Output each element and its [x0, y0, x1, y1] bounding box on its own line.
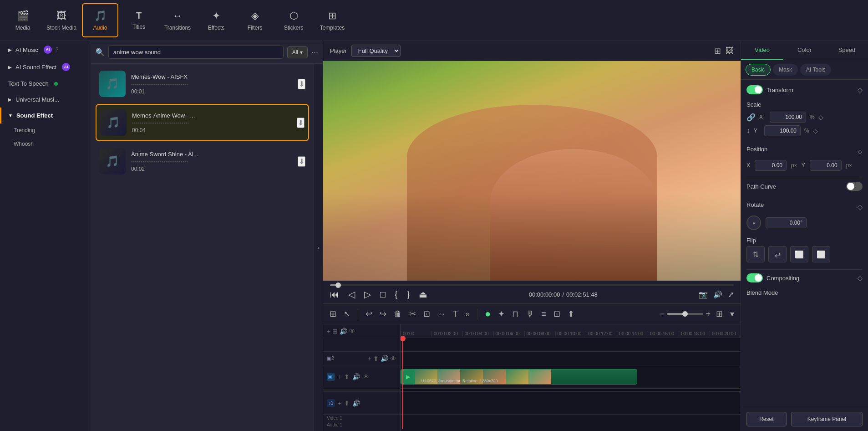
scale-x-input[interactable]: [770, 112, 806, 123]
flip-4-button[interactable]: ⬜: [812, 246, 830, 262]
toolbar-effects[interactable]: ✦ Effects: [198, 3, 234, 37]
compositing-toggle[interactable]: [746, 273, 763, 282]
progress-bar[interactable]: [330, 284, 734, 286]
toolbar-stock[interactable]: 🖼 Stock Media: [43, 3, 80, 37]
video-volume[interactable]: 🔊: [381, 355, 388, 362]
download-button-2[interactable]: ⬇: [297, 118, 305, 128]
zoom-slider[interactable]: [667, 313, 703, 315]
position-y-input[interactable]: [810, 160, 842, 171]
sidebar-item-ai-sound[interactable]: ▶ AI Sound Effect AI: [0, 58, 91, 76]
v1-eye[interactable]: 👁: [363, 373, 369, 380]
title-button[interactable]: ⊓: [510, 307, 520, 321]
undo-button[interactable]: ↩: [364, 307, 374, 321]
more-options-button[interactable]: ▾: [728, 307, 736, 321]
add-video-track[interactable]: +: [368, 355, 371, 362]
download-button-3[interactable]: ⬇: [298, 156, 305, 167]
sidebar-item-ai-music[interactable]: ▶ AI Music AI ?: [0, 41, 91, 58]
flip-vertical-button[interactable]: ⇅: [746, 246, 765, 262]
upload-video[interactable]: ⬆: [373, 355, 379, 362]
insert-button[interactable]: ⏏: [419, 289, 427, 300]
path-curve-toggle[interactable]: [846, 182, 863, 191]
layout-button[interactable]: ⊞: [332, 328, 338, 335]
toolbar-media[interactable]: 🎬 Media: [5, 3, 41, 37]
zoom-in-button[interactable]: +: [706, 309, 711, 319]
step-back-button[interactable]: ⏮: [330, 289, 339, 300]
upload-a1[interactable]: ⬆: [344, 400, 350, 407]
video-clip-1[interactable]: ▶: [401, 369, 637, 385]
cut-button[interactable]: ✂: [407, 307, 418, 321]
audio-stretch-button[interactable]: ↔: [436, 308, 447, 321]
sidebar-sub-whoosh[interactable]: Whoosh: [0, 137, 91, 151]
transform-keyframe[interactable]: ◇: [858, 86, 863, 93]
tab-video[interactable]: Video: [741, 41, 783, 60]
transform-toggle[interactable]: [746, 85, 763, 94]
sidebar-item-tts[interactable]: Text To Speech: [0, 76, 91, 92]
reset-button[interactable]: Reset: [746, 412, 787, 426]
sidebar-item-sound-effect[interactable]: ▼ Sound Effect: [0, 108, 91, 123]
export-button[interactable]: ⬆: [566, 307, 576, 321]
download-button-1[interactable]: ⬇: [298, 79, 305, 89]
track-btn[interactable]: ≡: [539, 308, 548, 321]
more-tools-button[interactable]: »: [463, 308, 472, 321]
screenshot-button[interactable]: 📷: [699, 290, 708, 299]
audio-item-2[interactable]: 🎵 Memes-Anime Wow - ... ▪▪▪▪▪▪▪▪▪▪▪▪▪▪▪▪…: [96, 104, 309, 141]
rotate-input[interactable]: [766, 217, 807, 228]
transform-button[interactable]: ⊡: [421, 307, 432, 321]
eye-button[interactable]: 👁: [349, 328, 355, 335]
video-eye[interactable]: 👁: [390, 355, 396, 362]
scale-x-keyframe[interactable]: ◇: [818, 113, 823, 121]
search-input[interactable]: [108, 46, 284, 59]
add-a1-track[interactable]: +: [338, 400, 341, 407]
sub-tab-basic[interactable]: Basic: [746, 64, 771, 76]
filter-button[interactable]: All ▾: [287, 46, 308, 58]
speaker-button[interactable]: 🔊: [340, 328, 347, 335]
volume-button[interactable]: 🔊: [713, 290, 722, 299]
image-view-button[interactable]: 🖼: [726, 46, 734, 56]
select-tool-button[interactable]: ↖: [342, 307, 352, 321]
sidebar-item-universal[interactable]: ▶ Universal Musi...: [0, 92, 91, 108]
rotate-dial[interactable]: ●: [746, 216, 761, 230]
tab-speed[interactable]: Speed: [826, 41, 868, 60]
sub-tab-ai-tools[interactable]: AI Tools: [800, 64, 831, 76]
redo-button[interactable]: ↪: [378, 307, 388, 321]
keyframe-panel-button[interactable]: Keyframe Panel: [791, 412, 863, 426]
audio-item-3[interactable]: 🎵 Anime Sword Shine - Al... ▪▪▪▪▪▪▪▪▪▪▪▪…: [96, 144, 309, 179]
audio-item-1[interactable]: 🎵 Memes-Wow - AISFX ▪▪▪▪▪▪▪▪▪▪▪▪▪▪▪▪▪▪▪▪…: [96, 66, 309, 102]
more-options-button[interactable]: ···: [311, 47, 318, 57]
stop-button[interactable]: □: [380, 289, 386, 300]
mark-in-button[interactable]: {: [395, 289, 398, 300]
grid-view-button[interactable]: ⊞: [714, 46, 721, 56]
sidebar-sub-trending[interactable]: Trending: [0, 123, 91, 137]
toolbar-titles[interactable]: T Titles: [121, 3, 157, 37]
v1-volume[interactable]: 🔊: [352, 373, 360, 380]
flip-3-button[interactable]: ⬜: [790, 246, 808, 262]
zoom-out-button[interactable]: −: [660, 309, 665, 319]
flip-horizontal-button[interactable]: ⇄: [768, 246, 787, 262]
toolbar-transitions[interactable]: ↔ Transitions: [159, 3, 196, 37]
add-media-button[interactable]: ⊞: [328, 307, 338, 321]
effects-button[interactable]: ✦: [496, 307, 507, 321]
fullscreen-button[interactable]: ⤢: [728, 290, 734, 299]
caption-button[interactable]: ⊡: [552, 307, 562, 321]
scroll-toggle[interactable]: ‹: [314, 64, 323, 431]
toolbar-templates[interactable]: ⊞ Templates: [314, 3, 350, 37]
quality-select[interactable]: Full Quality: [351, 45, 401, 57]
compositing-keyframe[interactable]: ◇: [858, 274, 863, 282]
voiceover-button[interactable]: 🎙: [524, 308, 536, 321]
upload-v1[interactable]: ⬆: [344, 373, 350, 380]
grid-layout-button[interactable]: ⊞: [714, 307, 725, 321]
scale-y-input[interactable]: [764, 125, 801, 136]
add-v1-track[interactable]: +: [338, 373, 341, 380]
toolbar-filters[interactable]: ◈ Filters: [237, 3, 273, 37]
tab-color[interactable]: Color: [783, 41, 826, 60]
delete-button[interactable]: 🗑: [392, 308, 404, 321]
record-button[interactable]: ●: [483, 306, 492, 322]
play-back-button[interactable]: ◁: [348, 289, 355, 300]
play-button[interactable]: ▷: [364, 289, 371, 300]
add-track-button[interactable]: +: [327, 328, 330, 335]
position-x-input[interactable]: [755, 160, 787, 171]
text-button[interactable]: T: [451, 308, 460, 321]
a1-volume[interactable]: 🔊: [352, 400, 360, 407]
mark-out-button[interactable]: }: [407, 289, 410, 300]
sub-tab-mask[interactable]: Mask: [773, 64, 798, 76]
